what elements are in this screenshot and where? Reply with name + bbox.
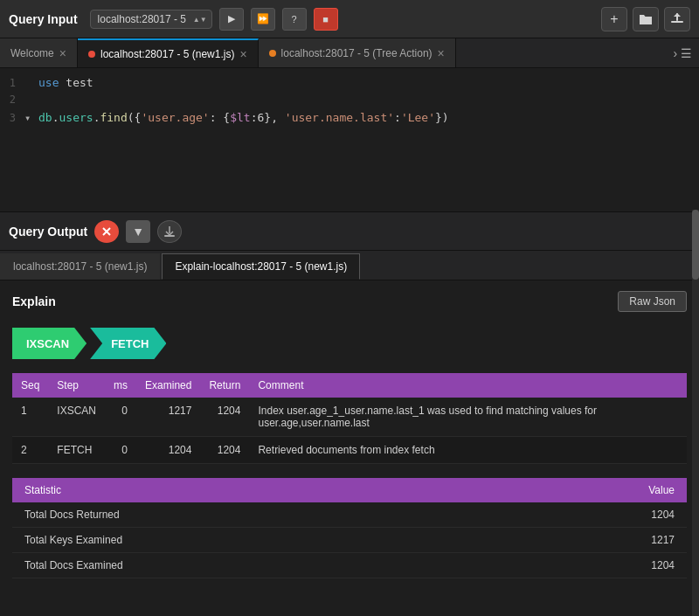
toolbar: Query Input localhost:28017 - 5 ▶ ⏩ ? ■ … — [0, 0, 699, 38]
explain-table-header-row: Seq Step ms Examined Return Comment — [12, 373, 687, 398]
tab-dot-tree-action — [269, 50, 276, 57]
open-folder-button[interactable] — [633, 7, 659, 31]
pipeline-ixscan: IXSCAN — [12, 328, 87, 359]
pipeline-fetch-label: FETCH — [90, 328, 166, 359]
stats-col-statistic: Statistic — [12, 478, 490, 502]
output-tab-explain[interactable]: Explain-localhost:28017 - 5 (new1.js) — [162, 253, 360, 280]
col-examined: Examined — [136, 373, 200, 398]
line-number-1: 1 — [0, 77, 24, 89]
stats-row: Total Keys Examined 1217 — [12, 528, 687, 553]
cell-examined-2: 1204 — [136, 437, 200, 464]
stats-table: Statistic Value Total Docs Returned 1204… — [12, 478, 687, 578]
stats-table-header: Statistic Value — [12, 478, 687, 502]
pipeline: IXSCAN FETCH — [0, 321, 699, 373]
output-title: Query Output — [9, 225, 87, 239]
pipeline-ixscan-label: IXSCAN — [12, 328, 87, 359]
cell-return-1: 1204 — [200, 398, 249, 437]
tab-new1js[interactable]: localhost:28017 - 5 (new1.js) × — [78, 38, 259, 68]
cell-comment-2: Retrieved documents from index fetch — [249, 437, 687, 464]
stat-label-1: Total Docs Returned — [12, 502, 490, 528]
stat-label-3: Total Docs Examined — [12, 553, 490, 578]
stop-button[interactable]: ■ — [314, 8, 338, 31]
svg-marker-2 — [674, 13, 681, 17]
explain-header-row: Explain Raw Json — [0, 280, 699, 321]
line-number-3: 3 — [0, 112, 24, 124]
tab-label-new1js: localhost:28017 - 5 (new1.js) — [100, 48, 234, 60]
download-button[interactable] — [157, 220, 182, 243]
col-seq: Seq — [12, 373, 48, 398]
tab-dot-new1js — [88, 51, 95, 58]
col-ms: ms — [105, 373, 136, 398]
clear-results-button[interactable] — [94, 220, 119, 243]
tab-tree-action[interactable]: localhost:28017 - 5 (Tree Action) × — [259, 38, 456, 68]
stat-value-1: 1204 — [490, 502, 687, 528]
stats-row: Total Docs Returned 1204 — [12, 502, 687, 528]
stats-col-value: Value — [490, 478, 687, 502]
code-editor: 1 use test 2 3 ▾ db.users.find({'user.ag… — [0, 68, 699, 212]
stat-value-3: 1204 — [490, 553, 687, 578]
tab-label: Welcome — [10, 47, 54, 59]
code-content-3: db.users.find({'user.age': {$lt:6}, 'use… — [38, 111, 449, 124]
toolbar-right-buttons: + — [601, 7, 690, 31]
tab-overflow-button[interactable]: › ☰ — [666, 46, 699, 60]
explain-title: Explain — [12, 294, 56, 308]
raw-json-button[interactable]: Raw Json — [618, 291, 687, 312]
cell-step-2: FETCH — [48, 437, 105, 464]
cell-comment-1: Index user.age_1_user.name.last_1 was us… — [249, 398, 687, 437]
col-return: Return — [200, 373, 249, 398]
line-number-2: 2 — [0, 93, 24, 106]
pipeline-fetch: FETCH — [90, 328, 166, 359]
col-step: Step — [48, 373, 105, 398]
tab-label-tree-action: localhost:28017 - 5 (Tree Action) — [281, 47, 433, 59]
stats-table-body: Total Docs Returned 1204 Total Keys Exam… — [12, 502, 687, 578]
output-tabs: localhost:28017 - 5 (new1.js) Explain-lo… — [0, 251, 699, 280]
output-tab-new1js[interactable]: localhost:28017 - 5 (new1.js) — [0, 253, 160, 280]
output-tab-label-2: Explain-localhost:28017 - 5 (new1.js) — [175, 260, 347, 273]
output-header: Query Output ▼ — [0, 212, 699, 251]
explain-table-header: Seq Step ms Examined Return Comment — [12, 373, 687, 398]
add-connection-button[interactable]: + — [601, 7, 627, 31]
output-tab-label-1: localhost:28017 - 5 (new1.js) — [13, 260, 147, 273]
toolbar-title: Query Input — [9, 12, 78, 26]
code-content-1: use test — [38, 76, 93, 89]
col-comment: Comment — [249, 373, 687, 398]
fast-forward-button[interactable]: ⏩ — [251, 8, 275, 31]
svg-rect-0 — [671, 21, 683, 23]
keyword-use: use — [38, 76, 59, 89]
scroll-down-button[interactable]: ▼ — [126, 220, 150, 243]
tab-bar: Welcome × localhost:28017 - 5 (new1.js) … — [0, 38, 699, 68]
explain-table-body: 1 IXSCAN 0 1217 1204 Index user.age_1_us… — [12, 398, 687, 464]
code-line-1: 1 use test — [0, 75, 699, 93]
cell-examined-1: 1217 — [136, 398, 200, 437]
help-button[interactable]: ? — [282, 8, 307, 31]
scrollbar-thumb[interactable] — [692, 210, 699, 280]
stats-row: Total Docs Examined 1204 — [12, 553, 687, 578]
cell-ms-1: 0 — [105, 398, 136, 437]
stat-value-2: 1217 — [490, 528, 687, 553]
explain-area: Explain Raw Json IXSCAN FETCH Seq Step m… — [0, 280, 699, 592]
stats-header-row: Statistic Value — [12, 478, 687, 502]
svg-rect-3 — [164, 235, 175, 237]
tab-welcome[interactable]: Welcome × — [0, 38, 78, 68]
server-select[interactable]: localhost:28017 - 5 — [90, 10, 212, 29]
cell-step-1: IXSCAN — [48, 398, 105, 437]
scrollbar-track[interactable] — [692, 210, 699, 616]
explain-table: Seq Step ms Examined Return Comment 1 IX… — [12, 373, 687, 464]
server-select-wrapper[interactable]: localhost:28017 - 5 — [90, 10, 212, 29]
cell-seq-2: 2 — [12, 437, 48, 464]
cell-return-2: 1204 — [200, 437, 249, 464]
line-arrow-3: ▾ — [24, 112, 38, 124]
code-line-2: 2 — [0, 93, 699, 110]
cell-seq-1: 1 — [12, 398, 48, 437]
table-row: 2 FETCH 0 1204 1204 Retrieved documents … — [12, 437, 687, 464]
code-line-3: 3 ▾ db.users.find({'user.age': {$lt:6}, … — [0, 110, 699, 128]
export-button[interactable] — [664, 7, 690, 31]
table-row: 1 IXSCAN 0 1217 1204 Index user.age_1_us… — [12, 398, 687, 437]
tab-close-welcome[interactable]: × — [59, 47, 66, 59]
tab-close-new1js[interactable]: × — [239, 48, 246, 60]
stat-label-2: Total Keys Examined — [12, 528, 490, 553]
tab-close-tree-action[interactable]: × — [438, 47, 445, 59]
play-button[interactable]: ▶ — [219, 8, 244, 31]
cell-ms-2: 0 — [105, 437, 136, 464]
